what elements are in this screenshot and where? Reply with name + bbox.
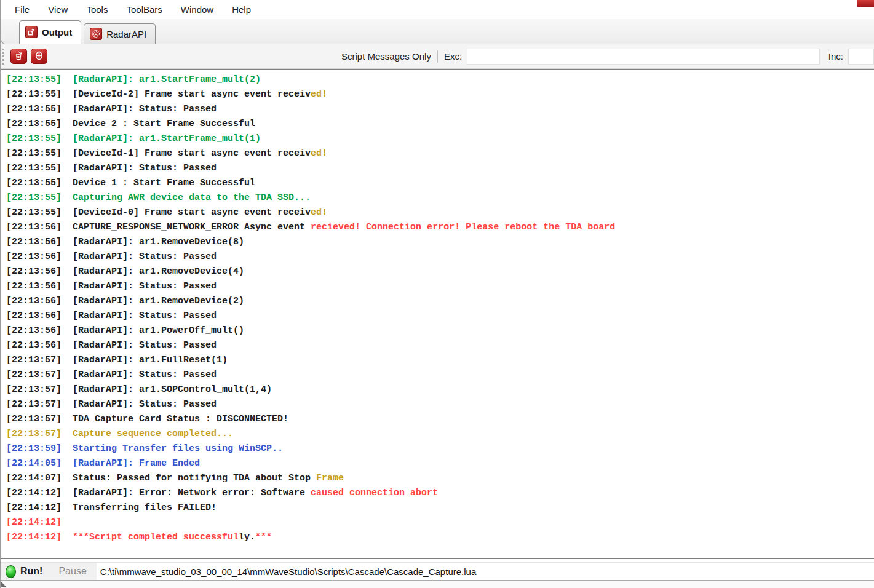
exc-label: Exc: <box>444 51 462 62</box>
log-line: [22:13:57][RadarAPI]: ar1.SOPControl_mul… <box>6 383 874 397</box>
log-timestamp: [22:13:55] <box>6 163 62 173</box>
log-line: [22:14:12] <box>6 515 874 530</box>
log-text: caused connection abort <box>311 488 438 498</box>
mmwave-studio-output-window: FileViewToolsToolBarsWindowHelp OutputRa… <box>0 0 874 588</box>
log-text: [RadarAPI]: Status: Passed <box>73 281 217 292</box>
splitter-triangle-icon <box>1 582 6 587</box>
log-timestamp: [22:13:57] <box>6 355 62 365</box>
log-text: ed! <box>311 207 327 218</box>
tab-strip-tabs: OutputRadarAPI <box>19 20 158 44</box>
log-text: [DeviceId-1] Frame start async event rec… <box>73 148 311 159</box>
log-line: [22:13:57][RadarAPI]: Status: Passed <box>6 368 874 383</box>
log-text: [RadarAPI]: Status: Passed <box>73 104 217 114</box>
log-timestamp: [22:13:55] <box>6 178 62 188</box>
inc-input[interactable] <box>848 49 874 65</box>
log-timestamp: [22:13:56] <box>6 266 62 277</box>
log-timestamp: [22:13:55] <box>6 89 62 100</box>
log-text: recieved! Connection error! Please reboo… <box>311 222 615 232</box>
log-text: Capture sequence completed... <box>73 429 233 439</box>
log-line: [22:13:56]CAPTURE_RESPONSE_NETWORK_ERROR… <box>6 220 874 235</box>
toolbar-grip-handle[interactable] <box>2 49 6 65</box>
log-text: [RadarAPI]: Status: Passed <box>73 370 217 380</box>
log-text: Device 1 : Start Frame Successful <box>73 178 255 188</box>
menu-toolbars[interactable]: ToolBars <box>117 2 171 17</box>
menu-window[interactable]: Window <box>172 2 223 17</box>
log-line: [22:13:55]Device 2 : Start Frame Success… <box>6 117 874 132</box>
run-bar: Run! Pause C:\ti\mmwave_studio_03_00_00_… <box>1 562 874 581</box>
log-text: [RadarAPI]: Status: Passed <box>73 340 217 351</box>
log-timestamp: [22:13:59] <box>6 443 62 454</box>
log-timestamp: [22:14:12] <box>6 532 62 542</box>
log-text: Starting Transfer files using WinSCP.. <box>73 443 283 454</box>
log-line: [22:14:12]Transferring files FAILED! <box>6 501 874 515</box>
log-line: [22:13:55][DeviceId-0] Frame start async… <box>6 205 874 220</box>
log-text: [RadarAPI]: ar1.RemoveDevice(2) <box>73 296 244 306</box>
log-timestamp: [22:13:57] <box>6 370 62 380</box>
log-timestamp: [22:13:57] <box>6 399 62 410</box>
pause-button[interactable]: Pause <box>58 566 86 577</box>
log-text: [RadarAPI]: ar1.SOPControl_mult(1,4) <box>73 384 272 395</box>
log-timestamp: [22:13:57] <box>6 414 62 424</box>
tab-output[interactable]: Output <box>19 20 81 44</box>
log-line: [22:13:55][DeviceId-1] Frame start async… <box>6 146 874 161</box>
menu-help[interactable]: Help <box>223 2 260 17</box>
output-log[interactable]: [22:13:55][RadarAPI]: ar1.StartFrame_mul… <box>1 69 874 559</box>
log-line: [22:14:12]***Script completed successful… <box>6 530 874 545</box>
log-text: [RadarAPI]: Status: Passed <box>73 163 217 173</box>
exc-input[interactable] <box>467 49 820 65</box>
log-text: TDA Capture Card Status : DISCONNECTED! <box>73 414 288 424</box>
log-text: Transferring files FAILED! <box>73 503 217 513</box>
log-timestamp: [22:13:56] <box>6 252 62 262</box>
log-text: [RadarAPI]: Status: Passed <box>73 399 217 410</box>
log-timestamp: [22:14:12] <box>6 503 62 513</box>
pause-log-button[interactable] <box>31 49 47 64</box>
log-line: [22:13:55][DeviceId-2] Frame start async… <box>6 87 874 102</box>
log-timestamp: [22:13:55] <box>6 119 62 129</box>
log-timestamp: [22:13:55] <box>6 148 62 159</box>
tab-radarapi[interactable]: RadarAPI <box>84 23 156 44</box>
log-line: [22:13:55]Capturing AWR device data to t… <box>6 191 874 205</box>
menu-view[interactable]: View <box>39 2 77 17</box>
log-line: [22:14:07]Status: Passed for notifying T… <box>6 471 874 486</box>
log-timestamp: [22:13:56] <box>6 325 62 336</box>
log-line: [22:13:59]Starting Transfer files using … <box>6 442 874 456</box>
log-line: [22:13:57]TDA Capture Card Status : DISC… <box>6 412 874 427</box>
log-text: [RadarAPI]: ar1.FullReset(1) <box>73 355 228 365</box>
log-timestamp: [22:13:56] <box>6 296 62 306</box>
log-timestamp: [22:13:57] <box>6 384 62 395</box>
window-corner-decoration <box>857 0 874 7</box>
script-messages-only-label[interactable]: Script Messages Only <box>341 51 431 62</box>
log-text: *** <box>255 532 272 542</box>
log-line: [22:13:57][RadarAPI]: ar1.FullReset(1) <box>6 353 874 368</box>
menu-file[interactable]: File <box>6 2 39 17</box>
log-line: [22:13:56][RadarAPI]: ar1.RemoveDevice(8… <box>6 235 874 250</box>
log-text: ***Script completed successful <box>73 532 239 542</box>
log-text: ed! <box>311 148 327 159</box>
log-text: [RadarAPI]: Status: Passed <box>73 311 217 321</box>
menu-tools[interactable]: Tools <box>77 2 117 17</box>
log-text: [RadarAPI]: ar1.StartFrame_mult(2) <box>73 74 261 85</box>
log-line: [22:13:55][RadarAPI]: ar1.StartFrame_mul… <box>6 132 874 146</box>
log-text: Frame <box>316 473 344 483</box>
log-line: [22:14:05][RadarAPI]: Frame Ended <box>6 456 874 471</box>
log-line: [22:13:56][RadarAPI]: Status: Passed <box>6 309 874 324</box>
bottom-strip <box>1 581 874 588</box>
radar-icon <box>90 28 102 40</box>
log-timestamp: [22:13:56] <box>6 222 62 232</box>
log-timestamp: [22:14:12] <box>6 488 62 498</box>
log-text: [RadarAPI]: ar1.RemoveDevice(4) <box>73 266 244 277</box>
log-text: [RadarAPI]: Status: Passed <box>73 252 217 262</box>
log-timestamp: [22:14:05] <box>6 458 62 469</box>
log-line: [22:13:57][RadarAPI]: Status: Passed <box>6 397 874 412</box>
log-text: [RadarAPI]: Error: Network error: Softwa… <box>73 488 311 498</box>
run-button[interactable]: Run! <box>20 566 42 577</box>
theta-icon <box>34 50 44 63</box>
clear-output-button[interactable] <box>10 49 27 64</box>
log-text: ed! <box>311 89 327 100</box>
log-line: [22:13:56][RadarAPI]: ar1.RemoveDevice(2… <box>6 294 874 309</box>
log-line: [22:13:55][RadarAPI]: Status: Passed <box>6 102 874 117</box>
script-path-field[interactable]: C:\ti\mmwave_studio_03_00_00_14\mmWaveSt… <box>97 563 874 580</box>
tab-label: RadarAPI <box>106 29 146 39</box>
log-text: [RadarAPI]: Frame Ended <box>73 458 200 469</box>
log-text: Status: Passed for notifying TDA about S… <box>73 473 316 483</box>
